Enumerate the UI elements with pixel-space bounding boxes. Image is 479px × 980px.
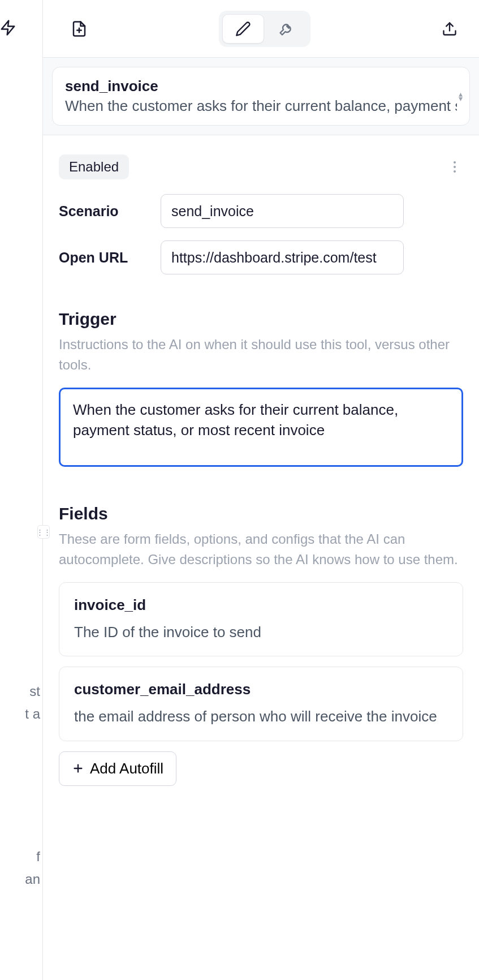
fields-heading: Fields xyxy=(59,504,463,523)
trigger-textarea[interactable] xyxy=(59,388,463,467)
sidebar-text-fragment: f xyxy=(36,849,40,865)
add-autofill-label: Add Autofill xyxy=(90,760,163,777)
lightning-icon xyxy=(0,19,16,36)
trigger-section: Trigger Instructions to the AI on when i… xyxy=(59,310,463,469)
scenario-input[interactable] xyxy=(161,194,404,228)
new-file-button[interactable] xyxy=(66,15,93,42)
more-menu-button[interactable] xyxy=(446,158,463,175)
upload-button[interactable] xyxy=(436,15,463,42)
field-description: The ID of the invoice to send xyxy=(74,622,448,642)
svg-point-5 xyxy=(454,166,456,168)
open-url-input[interactable] xyxy=(161,240,404,274)
tool-description: When the customer asks for their current… xyxy=(65,97,457,115)
configure-mode-button[interactable] xyxy=(265,14,307,44)
fields-section: Fields These are form fields, options, a… xyxy=(59,504,463,786)
fields-subtext: These are form fields, options, and conf… xyxy=(59,529,463,570)
toolbar xyxy=(43,0,479,58)
svg-point-6 xyxy=(454,170,456,173)
sidebar-text-fragment: st xyxy=(29,684,40,699)
tool-title: send_invoice xyxy=(65,78,457,95)
content-area: Enabled Scenario Open URL Trigger Instru… xyxy=(43,135,479,786)
scenario-label: Scenario xyxy=(59,203,149,220)
left-sidebar-fragment: st t a f an xyxy=(0,0,43,980)
header-area: send_invoice When the customer asks for … xyxy=(43,58,479,135)
field-description: the email address of person who will rec… xyxy=(74,706,448,727)
open-url-label: Open URL xyxy=(59,250,149,266)
plus-icon xyxy=(72,762,84,775)
field-card[interactable]: invoice_id The ID of the invoice to send xyxy=(59,582,463,656)
enabled-badge[interactable]: Enabled xyxy=(59,154,129,179)
field-name: customer_email_address xyxy=(74,681,448,698)
field-card[interactable]: customer_email_address the email address… xyxy=(59,667,463,741)
mode-toggle xyxy=(219,11,310,47)
svg-marker-0 xyxy=(2,21,15,35)
sidebar-text-fragment: an xyxy=(25,871,40,887)
svg-point-4 xyxy=(454,161,456,164)
expand-collapse-icon[interactable]: ▴▾ xyxy=(459,92,463,101)
trigger-heading: Trigger xyxy=(59,310,463,329)
trigger-subtext: Instructions to the AI on when it should… xyxy=(59,334,463,375)
main-panel: send_invoice When the customer asks for … xyxy=(43,0,479,980)
field-name: invoice_id xyxy=(74,596,448,614)
add-autofill-button[interactable]: Add Autofill xyxy=(59,751,176,786)
sidebar-text-fragment: t a xyxy=(25,706,40,722)
edit-mode-button[interactable] xyxy=(222,14,264,44)
drag-handle[interactable]: ⋮⋮ xyxy=(37,525,50,539)
tool-header-card[interactable]: send_invoice When the customer asks for … xyxy=(52,67,470,126)
